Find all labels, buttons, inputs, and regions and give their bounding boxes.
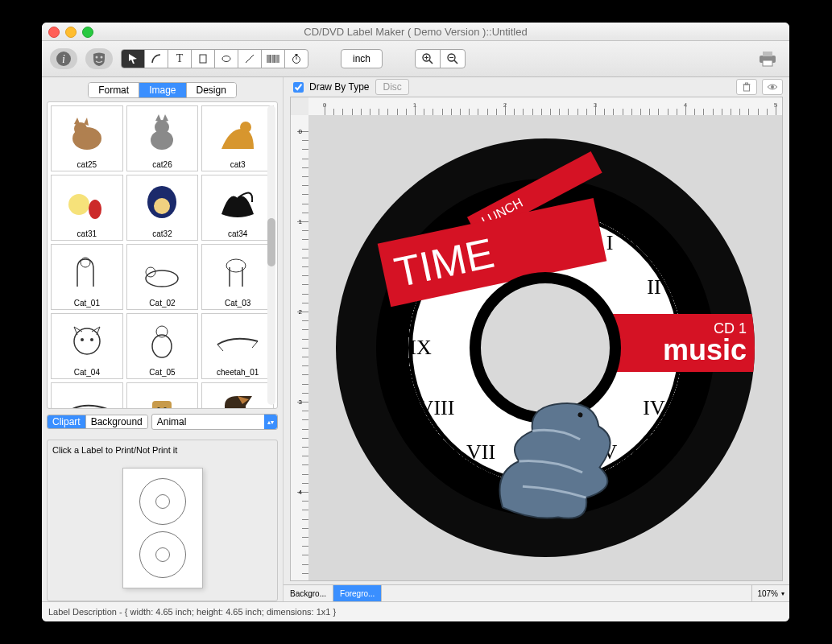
clip-thumbnail [127,175,198,229]
svg-point-2 [96,56,98,59]
clip-item[interactable]: cat25 [51,105,123,171]
chevron-updown-icon: ▴▾ [264,415,277,429]
line-tool[interactable] [238,50,262,68]
label-slot-1[interactable] [139,478,186,525]
draw-by-type-checkbox[interactable] [293,82,304,93]
layer-tab-background[interactable]: Backgro... [284,585,333,601]
pointer-tool[interactable] [122,50,145,68]
clip-item[interactable]: cheetah_01 [201,313,274,379]
rectangle-tool[interactable] [192,50,215,68]
unit-button[interactable]: inch [341,49,383,68]
info-button[interactable]: i [50,48,77,69]
trash-button[interactable] [736,79,757,95]
clip-item[interactable]: Cat_04 [51,313,123,379]
mask-button[interactable] [85,48,113,69]
svg-point-23 [155,120,169,134]
clip-item[interactable]: cat32 [126,175,199,241]
svg-rect-18 [763,52,772,56]
stopwatch-tool[interactable] [285,50,308,68]
subtab-clipart[interactable]: Clipart [48,415,86,428]
clip-thumbnail [202,175,273,229]
clip-thumbnail [52,106,122,159]
clip-item[interactable]: cat3 [201,105,274,171]
label-slot-2[interactable] [139,531,186,578]
label-sheet-preview[interactable] [122,468,203,588]
svg-point-25 [68,194,89,215]
disc-label[interactable]: XII I II III IV V VI VII VIII IX X XI LU [336,138,755,557]
clip-item[interactable]: Cat_02 [126,244,199,310]
clip-item[interactable]: doberman [201,382,274,409]
clip-item[interactable]: Cat_03 [201,244,274,310]
clip-item[interactable]: cat34 [201,175,274,241]
eye-icon [767,82,778,92]
clipart-list[interactable]: cat25cat26cat3cat31cat32cat34Cat_01Cat_0… [47,101,278,409]
canvas-area: 012345 012345 XII I II III IV V VI VI [290,97,783,581]
ellipse-icon [221,53,232,64]
clip-label: Cat_05 [149,367,175,378]
svg-rect-4 [200,55,206,63]
zoom-window-button[interactable] [82,27,93,38]
svg-rect-19 [763,60,772,66]
clip-label: cat26 [152,159,172,171]
clip-item[interactable]: Cat_01 [51,244,123,310]
ellipse-tool[interactable] [215,50,238,68]
clipart-gator[interactable] [470,367,653,538]
svg-point-32 [226,259,246,272]
minimize-window-button[interactable] [65,27,77,38]
svg-point-34 [81,338,84,341]
visibility-button[interactable] [762,79,783,95]
clip-label: cat3 [230,159,246,171]
svg-line-6 [246,55,254,63]
category-select[interactable]: Animal ▴▾ [151,414,278,430]
svg-point-26 [89,200,101,219]
line-icon [244,53,255,64]
barcode-tool[interactable] [262,50,285,68]
layer-tab-foreground[interactable]: Foregro... [333,585,382,601]
zoom-readout[interactable]: 107% ▾ [751,585,789,601]
status-bar: Label Description - { width: 4.65 inch; … [42,601,789,621]
tab-format[interactable]: Format [89,83,139,97]
text-tool[interactable]: T [168,50,192,68]
tab-design[interactable]: Design [187,83,236,97]
arc-tool[interactable] [145,50,168,68]
image-source-tabs: Clipart Background [47,415,148,429]
clipart-scrollbar[interactable] [267,105,275,405]
svg-point-28 [154,198,170,214]
clip-label: Cat_02 [149,298,175,309]
svg-point-24 [240,122,251,133]
titlebar: CD/DVD Label Maker ( Demo Version )::Unt… [42,23,789,41]
clip-item[interactable]: Cat_05 [126,313,199,379]
chevron-down-icon: ▾ [781,590,784,597]
draw-by-type-label: Draw By Type [309,81,369,93]
clip-thumbnail [52,314,122,367]
svg-point-44 [771,85,774,89]
clip-label: cat32 [152,229,172,240]
clip-thumbnail [127,383,198,409]
arc-icon [151,53,162,64]
unit-label: inch [353,53,370,64]
svg-point-33 [74,328,100,354]
clip-item[interactable]: cougar [126,382,199,409]
close-window-button[interactable] [48,27,60,38]
clip-item[interactable]: cat26 [126,105,199,171]
clip-thumbnail [202,314,273,367]
clip-item[interactable]: cat31 [51,175,123,241]
svg-rect-41 [744,85,750,91]
text-icon: T [176,52,184,65]
canvas-toolbar: Draw By Type Disc [284,77,789,97]
clip-label: cat31 [77,229,97,240]
clip-item[interactable]: cheetah_02 [51,382,123,409]
disc-type-chip[interactable]: Disc [375,79,408,95]
svg-text:i: i [62,53,65,65]
zoom-out-button[interactable] [441,50,465,68]
print-button[interactable] [754,47,781,70]
stage[interactable]: XII I II III IV V VI VII VIII IX X XI LU [308,115,782,580]
print-selection-header: Click a Label to Print/Not Print it [52,445,272,456]
ruler-vertical: 012345 [291,115,309,580]
tab-image[interactable]: Image [139,83,186,97]
info-icon: i [56,51,72,67]
zoom-in-button[interactable] [416,50,441,68]
clip-thumbnail [202,245,273,298]
stage-bottom-bar: Backgro... Foregro... 107% ▾ [284,584,789,601]
subtab-background[interactable]: Background [86,415,147,428]
